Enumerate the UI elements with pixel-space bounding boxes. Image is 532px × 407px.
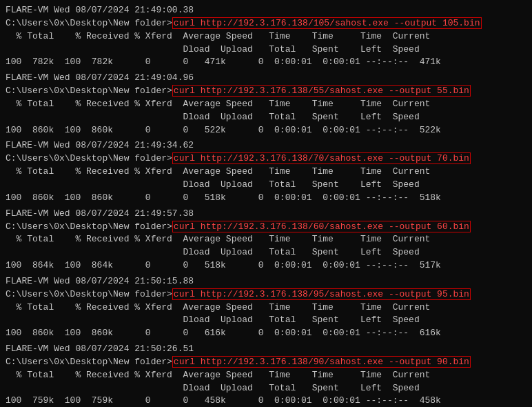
curl-data-row: 100 782k 100 782k 0 0 471k 0 0:00:01 0:0…: [6, 56, 526, 69]
prompt-text: C:\Users\0x\Desktop\New folder>: [6, 289, 172, 299]
terminal-block-2: FLARE-VM Wed 08/07/2024 21:49:04.96C:\Us…: [6, 72, 526, 137]
terminal-block-1: FLARE-VM Wed 08/07/2024 21:49:00.38C:\Us…: [6, 4, 526, 69]
curl-header-2: Dload Upload Total Spent Left Speed: [6, 382, 526, 395]
curl-header-2: Dload Upload Total Spent Left Speed: [6, 314, 526, 327]
command-line: C:\Users\0x\Desktop\New folder>curl http…: [6, 85, 526, 98]
terminal-block-4: FLARE-VM Wed 08/07/2024 21:49:57.38C:\Us…: [6, 208, 526, 272]
curl-command: curl http://192.3.176.138/90/sahost.exe …: [172, 356, 471, 368]
curl-header-2: Dload Upload Total Spent Left Speed: [6, 179, 526, 192]
timestamp-line: FLARE-VM Wed 08/07/2024 21:49:00.38: [6, 4, 526, 17]
curl-data-row: 100 759k 100 759k 0 0 458k 0 0:00:01 0:0…: [6, 395, 526, 407]
curl-header-2: Dload Upload Total Spent Left Speed: [6, 246, 526, 259]
curl-data-row: 100 864k 100 864k 0 0 518k 0 0:00:01 0:0…: [6, 259, 526, 272]
curl-command: curl http://192.3.176.138/55/sahost.exe …: [172, 85, 471, 97]
curl-header-1: % Total % Received % Xferd Average Speed…: [6, 233, 526, 246]
prompt-text: C:\Users\0x\Desktop\New folder>: [6, 221, 172, 232]
terminal-block-6: FLARE-VM Wed 08/07/2024 21:50:26.51C:\Us…: [6, 343, 526, 407]
timestamp-line: FLARE-VM Wed 08/07/2024 21:49:57.38: [6, 208, 526, 221]
terminal-container: FLARE-VM Wed 08/07/2024 21:49:00.38C:\Us…: [6, 4, 526, 407]
curl-header-2: Dload Upload Total Spent Left Speed: [6, 111, 526, 124]
curl-header-1: % Total % Received % Xferd Average Speed…: [6, 301, 526, 315]
command-line: C:\Users\0x\Desktop\New folder>curl http…: [6, 152, 526, 166]
terminal-block-5: FLARE-VM Wed 08/07/2024 21:50:15.88C:\Us…: [6, 275, 526, 340]
command-line: C:\Users\0x\Desktop\New folder>curl http…: [6, 356, 526, 369]
curl-data-row: 100 860k 100 860k 0 0 518k 0 0:00:01 0:0…: [6, 192, 526, 205]
prompt-text: C:\Users\0x\Desktop\New folder>: [6, 357, 172, 367]
curl-data-row: 100 860k 100 860k 0 0 616k 0 0:00:01 0:0…: [6, 327, 526, 340]
curl-data-row: 100 860k 100 860k 0 0 522k 0 0:00:01 0:0…: [6, 124, 526, 137]
curl-command: curl http://192.3.176.138/70/sahost.exe …: [172, 152, 471, 164]
curl-header-1: % Total % Received % Xferd Average Speed…: [6, 98, 526, 111]
command-line: C:\Users\0x\Desktop\New folder>curl http…: [6, 288, 526, 301]
timestamp-line: FLARE-VM Wed 08/07/2024 21:49:34.62: [6, 139, 526, 152]
command-line: C:\Users\0x\Desktop\New folder>curl http…: [6, 17, 526, 30]
curl-header-1: % Total % Received % Xferd Average Speed…: [6, 30, 526, 43]
terminal-block-3: FLARE-VM Wed 08/07/2024 21:49:34.62C:\Us…: [6, 139, 526, 204]
curl-command: curl http://192.3.176.138/105/sahost.exe…: [172, 17, 482, 29]
prompt-text: C:\Users\0x\Desktop\New folder>: [6, 86, 172, 96]
timestamp-line: FLARE-VM Wed 08/07/2024 21:50:15.88: [6, 275, 526, 288]
curl-header-2: Dload Upload Total Spent Left Speed: [6, 43, 526, 57]
curl-command: curl http://192.3.176.138/95/sahost.exe …: [172, 288, 471, 300]
curl-header-1: % Total % Received % Xferd Average Speed…: [6, 166, 526, 179]
timestamp-line: FLARE-VM Wed 08/07/2024 21:50:26.51: [6, 343, 526, 356]
command-line: C:\Users\0x\Desktop\New folder>curl http…: [6, 221, 526, 234]
timestamp-line: FLARE-VM Wed 08/07/2024 21:49:04.96: [6, 72, 526, 85]
curl-header-1: % Total % Received % Xferd Average Speed…: [6, 369, 526, 382]
prompt-text: C:\Users\0x\Desktop\New folder>: [6, 18, 172, 28]
curl-command: curl http://192.3.176.138/60/sahost.exe …: [172, 221, 471, 232]
prompt-text: C:\Users\0x\Desktop\New folder>: [6, 153, 172, 163]
